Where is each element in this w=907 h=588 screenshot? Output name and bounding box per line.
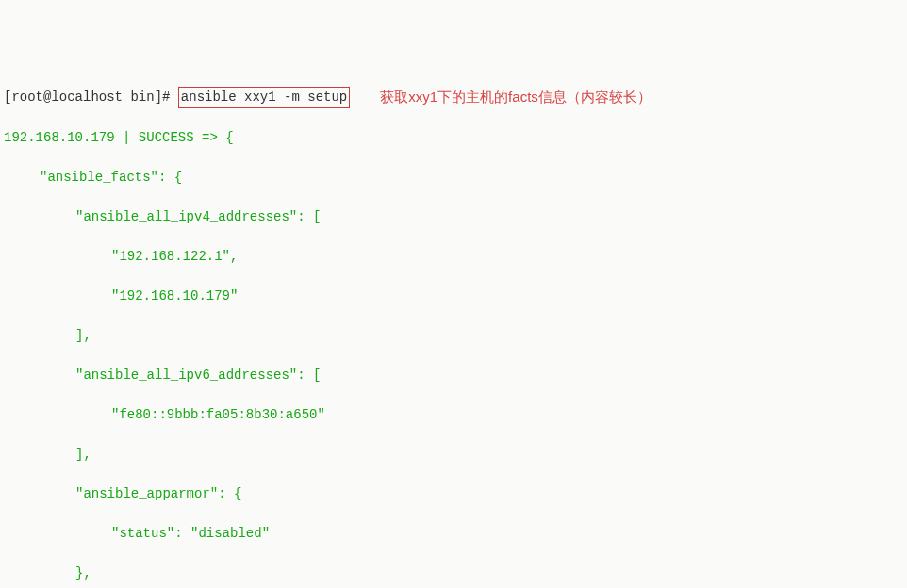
output-line: "192.168.122.1", (111, 247, 903, 267)
output-line: ], (75, 326, 903, 346)
command-line-row: [root@localhost bin]# ansible xxy1 -m se… (4, 87, 903, 108)
output-line: 192.168.10.179 | SUCCESS => { (4, 128, 903, 148)
output-line: ], (75, 445, 903, 465)
output-line: "ansible_apparmor": { (75, 484, 903, 504)
output-line: "status": "disabled" (111, 524, 903, 544)
output-line: "ansible_all_ipv4_addresses": [ (75, 207, 903, 227)
output-line: "fe80::9bbb:fa05:8b30:a650" (111, 405, 903, 425)
output-line: "ansible_all_ipv6_addresses": [ (75, 366, 903, 385)
output-line: }, (75, 564, 903, 583)
annotation-text: 获取xxy1下的主机的facts信息（内容较长） (380, 87, 651, 108)
ansible-command: ansible xxy1 -m setup (178, 87, 350, 108)
output-line: "192.168.10.179" (111, 286, 903, 306)
shell-prompt: [root@localhost bin]# (4, 88, 178, 107)
output-line: "ansible_facts": { (40, 168, 903, 188)
